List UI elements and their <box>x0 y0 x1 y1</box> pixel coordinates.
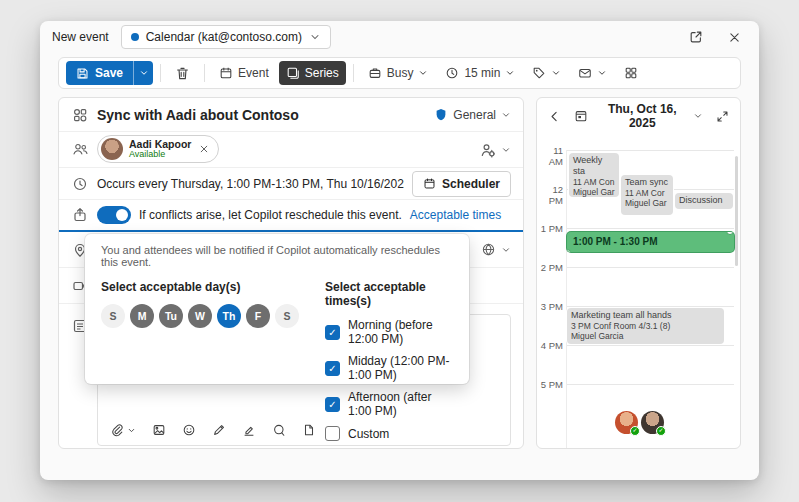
apps-button[interactable] <box>617 61 645 85</box>
close-button[interactable] <box>721 24 747 50</box>
day-toggle-5-f[interactable]: F <box>246 304 270 328</box>
hour-gridline <box>567 345 734 346</box>
attendee-options-dropdown[interactable] <box>480 142 511 158</box>
copilot-reschedule-text: If conflicts arise, let Copilot reschedu… <box>139 208 402 222</box>
go-to-today-button[interactable] <box>570 104 593 128</box>
attendees-field[interactable]: Aadi Kapoor Available <box>97 135 472 164</box>
time-option-2[interactable]: ✓Afternoon (after 1:00 PM) <box>325 390 453 418</box>
previous-day-button[interactable] <box>543 104 566 128</box>
calendar-today-icon <box>574 109 588 123</box>
calendar-selector[interactable]: Calendar (kat@contoso.com) <box>121 25 331 49</box>
shield-icon <box>434 108 448 122</box>
attendee-presence-avatars: ✓ ✓ <box>615 411 664 434</box>
selected-time-slot[interactable]: 1:00 PM - 1:30 PM <box>567 232 734 252</box>
reminder-dropdown[interactable]: 15 min <box>438 61 522 85</box>
attendee-chip[interactable]: Aadi Kapoor Available <box>97 135 219 163</box>
event-organizer: Miguel Garcia <box>571 331 720 341</box>
agenda-header: Thu, Oct 16, 2025 <box>537 98 740 134</box>
calendar-event[interactable]: Weekly sta 11 AM Con Miguel Gar <box>569 153 619 197</box>
selected-slot-label: 1:00 PM - 1:30 PM <box>573 236 657 248</box>
categories-dropdown[interactable] <box>525 61 568 85</box>
presence-available-icon: ✓ <box>630 426 640 436</box>
copilot-reschedule-toggle[interactable] <box>97 206 131 224</box>
hour-gridline <box>567 384 734 385</box>
scheduler-button[interactable]: Scheduler <box>412 171 511 197</box>
hour-gridline <box>567 306 734 307</box>
share-arrow-icon <box>71 207 89 223</box>
new-event-window: New event Calendar (kat@contoso.com) <box>40 21 759 480</box>
time-option-1[interactable]: ✓Midday (12:00 PM-1:00 PM) <box>325 354 453 382</box>
attendees-row: Aadi Kapoor Available <box>59 132 523 168</box>
chevron-down-icon <box>309 31 321 43</box>
time-option-0[interactable]: ✓Morning (before 12:00 PM) <box>325 318 453 346</box>
toolbar-divider <box>160 64 161 82</box>
attendee-status: Available <box>129 150 191 159</box>
checkbox-checked-icon[interactable]: ✓ <box>325 397 340 412</box>
day-toggle-2-tu[interactable]: Tu <box>159 304 183 328</box>
chevron-down-icon <box>551 68 561 78</box>
recurrence-row: Occurs every Thursday, 1:00 PM-1:30 PM, … <box>59 168 523 200</box>
chevron-down-icon <box>501 145 511 155</box>
save-dropdown-button[interactable] <box>133 61 153 85</box>
calendar-event[interactable]: Marketing team all hands 3 PM Conf Room … <box>567 308 724 344</box>
days-section-label: Select acceptable day(s) <box>101 280 299 294</box>
times-section-label: Select acceptable times(s) <box>325 280 453 308</box>
chevron-left-icon <box>548 110 561 123</box>
toolbar-divider <box>204 64 205 82</box>
calendar-color-dot <box>131 33 139 41</box>
sensitivity-dropdown[interactable]: General <box>434 108 511 122</box>
location-options-dropdown[interactable] <box>481 242 511 257</box>
time-option-label: Custom <box>348 427 389 441</box>
command-bar: Save Event Series <box>58 57 741 89</box>
chevron-down-icon <box>505 68 515 78</box>
day-toggle-3-w[interactable]: W <box>188 304 212 328</box>
day-toggle-6-s[interactable]: S <box>275 304 299 328</box>
trash-icon <box>175 66 190 81</box>
tab-event[interactable]: Event <box>212 61 276 85</box>
checkbox-checked-icon[interactable]: ✓ <box>325 325 340 340</box>
person-settings-icon <box>480 142 496 158</box>
day-toggle-0-s[interactable]: S <box>101 304 125 328</box>
checkbox-checked-icon[interactable]: ✓ <box>325 361 340 376</box>
calendar-event[interactable]: Team sync 11 AM Cor Miguel Gar <box>621 175 673 215</box>
delete-button[interactable] <box>168 61 197 85</box>
acceptable-times-link[interactable]: Acceptable times <box>410 208 501 222</box>
chevron-down-icon <box>139 68 149 78</box>
time-option-label: Afternoon (after 1:00 PM) <box>348 390 453 418</box>
close-icon <box>728 31 741 44</box>
save-button[interactable]: Save <box>66 61 133 85</box>
event-title-input[interactable]: Sync with Aadi about Contoso <box>97 107 426 123</box>
resize-handle-top[interactable] <box>726 232 734 235</box>
open-in-new-window-icon <box>689 30 703 44</box>
scheduler-calendar-icon <box>423 177 436 190</box>
recurrence-summary[interactable]: Occurs every Thursday, 1:00 PM-1:30 PM, … <box>97 177 404 191</box>
hour-label: 11 AM <box>537 145 563 167</box>
save-button-label: Save <box>95 66 123 80</box>
remove-attendee-button[interactable] <box>197 142 211 156</box>
acceptable-days-section: Select acceptable day(s) SMTuWThFS <box>101 280 299 449</box>
event-title: Marketing team all hands <box>571 310 720 321</box>
day-toggle-4-th[interactable]: Th <box>217 304 241 328</box>
show-as-dropdown[interactable]: Busy <box>361 61 436 85</box>
avatar[interactable]: ✓ <box>615 411 638 434</box>
expand-icon <box>716 110 729 123</box>
tab-series[interactable]: Series <box>279 61 346 85</box>
calendar-icon <box>219 66 233 80</box>
day-toggle-1-m[interactable]: M <box>130 304 154 328</box>
date-picker-dropdown[interactable]: Thu, Oct 16, 2025 <box>596 102 703 130</box>
hour-gridline <box>567 267 734 268</box>
agenda-panel: Thu, Oct 16, 2025 5 PM4 PM3 PM2 PM1 PM12… <box>536 97 741 449</box>
open-in-new-window-button[interactable] <box>683 24 709 50</box>
scrollbar[interactable] <box>735 156 738 266</box>
briefcase-icon <box>368 66 382 80</box>
response-options-dropdown[interactable] <box>571 61 614 85</box>
main-area: Sync with Aadi about Contoso General <box>40 97 759 449</box>
time-option-3[interactable]: Custom <box>325 426 453 441</box>
checkbox-unchecked-icon[interactable] <box>325 426 340 441</box>
event-organizer: Miguel Gar <box>573 187 615 197</box>
avatar[interactable]: ✓ <box>641 411 664 434</box>
tab-series-label: Series <box>305 66 339 80</box>
calendar-event[interactable]: Discussion <box>675 193 733 209</box>
save-split-button: Save <box>66 61 153 85</box>
expand-agenda-button[interactable] <box>711 104 734 128</box>
